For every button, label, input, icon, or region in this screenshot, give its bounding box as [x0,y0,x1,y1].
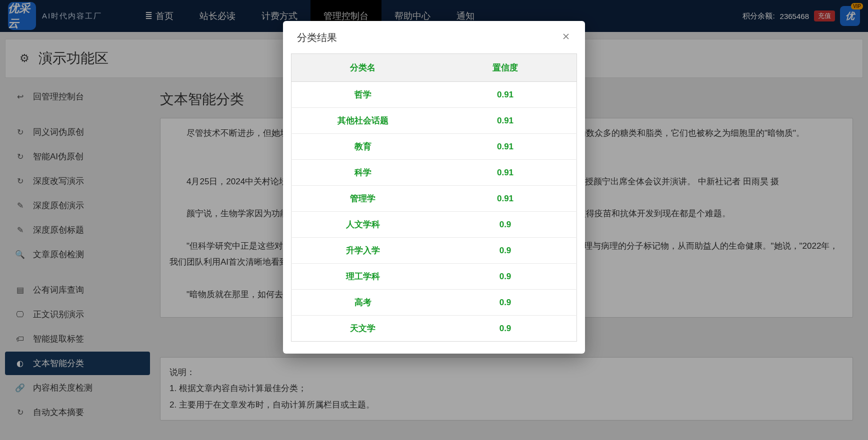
confidence-value: 0.91 [434,134,577,160]
table-row: 高考0.9 [292,290,577,316]
table-header-name: 分类名 [292,54,434,82]
category-name: 人文学科 [292,212,434,238]
confidence-value: 0.91 [434,108,577,134]
table-row: 理工学科0.9 [292,264,577,290]
table-row: 教育0.91 [292,134,577,160]
confidence-value: 0.91 [434,82,577,108]
modal-body: 分类名 置信度 哲学0.91其他社会话题0.91教育0.91科学0.91管理学0… [283,53,585,354]
table-row: 天文学0.9 [292,316,577,342]
confidence-value: 0.91 [434,186,577,212]
modal-title: 分类结果 [297,31,337,44]
confidence-value: 0.9 [434,316,577,342]
category-name: 升学入学 [292,238,434,264]
table-row: 其他社会话题0.91 [292,108,577,134]
confidence-value: 0.9 [434,238,577,264]
category-name: 管理学 [292,186,434,212]
table-row: 管理学0.91 [292,186,577,212]
table-row: 升学入学0.9 [292,238,577,264]
category-name: 其他社会话题 [292,108,434,134]
confidence-value: 0.9 [434,212,577,238]
category-name: 科学 [292,160,434,186]
confidence-value: 0.9 [434,290,577,316]
classification-modal: 分类结果 分类名 置信度 哲学0.91其他社会话题0.91教育0.91科学0.9… [283,21,585,354]
modal-overlay[interactable]: 分类结果 分类名 置信度 哲学0.91其他社会话题0.91教育0.91科学0.9… [0,0,868,440]
category-name: 理工学科 [292,264,434,290]
category-name: 高考 [292,290,434,316]
table-row: 人文学科0.9 [292,212,577,238]
category-name: 教育 [292,134,434,160]
modal-header: 分类结果 [283,21,585,53]
result-table: 分类名 置信度 哲学0.91其他社会话题0.91教育0.91科学0.91管理学0… [291,53,577,342]
table-row: 哲学0.91 [292,82,577,108]
confidence-value: 0.9 [434,264,577,290]
category-name: 天文学 [292,316,434,342]
table-row: 科学0.91 [292,160,577,186]
table-header-conf: 置信度 [434,54,577,82]
category-name: 哲学 [292,82,434,108]
close-icon[interactable] [561,31,571,44]
confidence-value: 0.91 [434,160,577,186]
